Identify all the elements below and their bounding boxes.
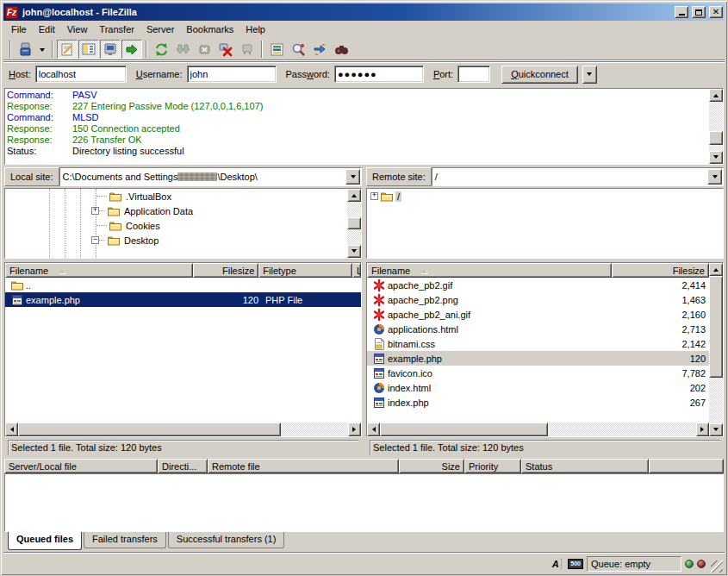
- find-files-button[interactable]: [331, 40, 352, 59]
- column-filesize[interactable]: Filesize: [193, 263, 258, 278]
- process-queue-button[interactable]: [172, 40, 193, 59]
- scrollbar-thumb[interactable]: [709, 276, 723, 378]
- column-last-modified[interactable]: L: [352, 263, 361, 278]
- tree-item-root[interactable]: + /: [367, 189, 723, 203]
- close-button[interactable]: ✕: [709, 6, 723, 18]
- scroll-left-button[interactable]: [367, 423, 380, 436]
- maximize-button[interactable]: [692, 6, 706, 18]
- scroll-right-button[interactable]: [348, 423, 361, 436]
- remote-tree-view[interactable]: + /: [367, 189, 723, 258]
- tree-item-application-data[interactable]: + Application Data: [5, 203, 347, 218]
- scrollbar-thumb[interactable]: [347, 217, 361, 229]
- column-filesize[interactable]: Filesize: [612, 263, 709, 278]
- remote-site-dropdown-button[interactable]: [707, 169, 722, 185]
- message-log-text[interactable]: Command:PASV Response:227 Entering Passi…: [5, 89, 709, 164]
- local-site-combobox[interactable]: C:\Documents and Settings\Desktop\: [59, 167, 362, 186]
- username-input[interactable]: [187, 66, 277, 83]
- log-vertical-scrollbar[interactable]: [709, 89, 723, 164]
- file-row[interactable]: index.php 267: [367, 395, 709, 410]
- toggle-message-log-button[interactable]: [57, 40, 78, 59]
- menu-view[interactable]: View: [61, 22, 94, 36]
- reconnect-button[interactable]: [237, 40, 258, 59]
- port-input[interactable]: [457, 66, 490, 83]
- filter-button[interactable]: [266, 40, 287, 59]
- quickconnect-button[interactable]: Quickconnect: [501, 66, 578, 84]
- scroll-down-button[interactable]: [347, 245, 361, 258]
- scrollbar-thumb[interactable]: [18, 423, 281, 436]
- toggle-local-tree-button[interactable]: [78, 40, 99, 59]
- tab-failed-transfers[interactable]: Failed transfers: [84, 532, 166, 548]
- data-type-indicator[interactable]: A: [549, 557, 564, 571]
- title-bar[interactable]: Fz john@localhost - FileZilla ✕: [3, 3, 725, 21]
- filezilla-app-icon[interactable]: Fz: [5, 6, 18, 19]
- scrollbar-track[interactable]: [709, 276, 723, 423]
- file-row[interactable]: favicon.ico 7,782: [367, 366, 709, 380]
- tree-item-cookies[interactable]: Cookies: [5, 218, 347, 233]
- password-input[interactable]: [334, 66, 424, 83]
- refresh-button[interactable]: [151, 40, 171, 59]
- scrollbar-thumb[interactable]: [380, 423, 548, 436]
- remote-horizontal-scrollbar[interactable]: [367, 423, 709, 436]
- file-row[interactable]: bitnami.css 2,142: [367, 336, 709, 351]
- scroll-down-button[interactable]: [709, 423, 723, 436]
- toggle-remote-tree-button[interactable]: [100, 40, 121, 59]
- expand-icon[interactable]: +: [370, 192, 378, 200]
- column-status[interactable]: Status: [521, 459, 649, 473]
- column-filename[interactable]: Filename: [367, 263, 612, 278]
- scroll-down-button[interactable]: [709, 151, 723, 164]
- file-row[interactable]: applications.html 2,713: [367, 322, 709, 336]
- file-row[interactable]: apache_pb2.gif 2,414: [367, 278, 709, 292]
- local-horizontal-scrollbar[interactable]: [5, 423, 361, 436]
- scrollbar-track[interactable]: [347, 202, 361, 245]
- synchronized-browsing-button[interactable]: [309, 40, 330, 59]
- column-filename[interactable]: Filename: [5, 263, 193, 278]
- menu-help[interactable]: Help: [240, 22, 271, 36]
- speed-limit-icon[interactable]: 500: [568, 559, 583, 569]
- column-server-local-file[interactable]: Server/Local file: [4, 459, 158, 473]
- column-direction[interactable]: Directi...: [158, 459, 208, 473]
- directory-comparison-button[interactable]: [288, 40, 308, 59]
- column-size[interactable]: Size: [399, 459, 464, 473]
- site-manager-button[interactable]: [15, 40, 35, 59]
- scrollbar-thumb[interactable]: [709, 131, 723, 145]
- toggle-queue-button[interactable]: [121, 40, 142, 59]
- minimize-button[interactable]: [675, 6, 688, 18]
- local-tree-view[interactable]: .VirtualBox + Application Data Cookies: [5, 189, 347, 258]
- resize-grip[interactable]: [711, 560, 723, 573]
- site-manager-dropdown-button[interactable]: [36, 40, 48, 59]
- expand-icon[interactable]: +: [91, 207, 99, 215]
- file-row-example-php[interactable]: example.php 120 PHP File 1: [5, 292, 361, 307]
- tree-item-virtualbox[interactable]: .VirtualBox: [5, 189, 347, 203]
- tree-item-desktop[interactable]: − Desktop: [5, 233, 347, 247]
- menu-bookmarks[interactable]: Bookmarks: [180, 22, 240, 36]
- column-filetype[interactable]: Filetype: [258, 263, 352, 278]
- file-row[interactable]: index.html 202: [367, 380, 709, 395]
- scrollbar-track[interactable]: [709, 102, 723, 151]
- remote-vertical-scrollbar[interactable]: [709, 263, 723, 436]
- remote-site-combobox[interactable]: /: [432, 167, 724, 186]
- cancel-button[interactable]: [194, 40, 215, 59]
- scrollbar-track[interactable]: [18, 423, 348, 436]
- tab-queued-files[interactable]: Queued files: [8, 532, 82, 550]
- column-priority[interactable]: Priority: [464, 459, 521, 473]
- tab-successful-transfers[interactable]: Successful transfers (1): [168, 532, 285, 548]
- file-row[interactable]: apache_pb2.png 1,463: [367, 292, 709, 307]
- local-list-rows[interactable]: .. example.php 120 PHP File 1: [5, 278, 361, 423]
- scroll-right-button[interactable]: [696, 423, 709, 436]
- remote-list-rows[interactable]: apache_pb2.gif 2,414 apache_pb2.png 1,46…: [367, 278, 709, 423]
- file-row-selected[interactable]: example.php 120: [367, 351, 709, 366]
- disconnect-button[interactable]: [215, 40, 236, 59]
- queue-body[interactable]: [4, 473, 724, 532]
- collapse-icon[interactable]: −: [91, 236, 99, 244]
- scroll-left-button[interactable]: [5, 423, 18, 436]
- scroll-up-button[interactable]: [709, 263, 723, 276]
- menu-file[interactable]: File: [5, 22, 33, 36]
- scrollbar-track[interactable]: [380, 423, 696, 436]
- file-row-parent-dir[interactable]: ..: [5, 278, 361, 292]
- file-row[interactable]: apache_pb2_ani.gif 2,160: [367, 307, 709, 322]
- scroll-up-button[interactable]: [347, 189, 361, 202]
- quickconnect-dropdown-button[interactable]: [582, 66, 597, 84]
- local-site-dropdown-button[interactable]: [345, 169, 360, 185]
- menu-server[interactable]: Server: [140, 22, 180, 36]
- menu-edit[interactable]: Edit: [33, 22, 61, 36]
